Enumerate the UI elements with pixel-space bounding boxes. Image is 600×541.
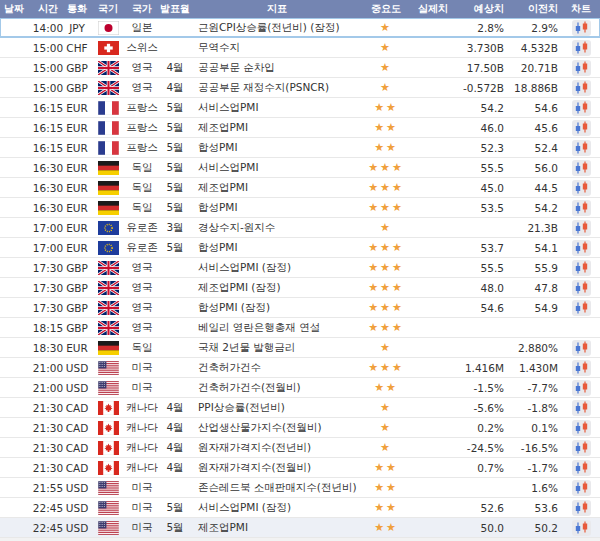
- indicator-label[interactable]: 국채 2년물 발행금리: [192, 341, 362, 355]
- chart-cell[interactable]: [562, 40, 600, 56]
- calendar-row[interactable]: 17:00 EUR 유로존 3월 경상수지-원지수 ★ 21.3B: [0, 218, 600, 238]
- calendar-row[interactable]: 22:45 USD 미국 5월 서비스업PMI (잠정) ★★ 52.6 53.…: [0, 498, 600, 518]
- chart-cell[interactable]: [562, 380, 600, 396]
- chart-cell[interactable]: [562, 420, 600, 436]
- chart-cell[interactable]: [562, 480, 600, 496]
- calendar-row[interactable]: 17:30 GBP 영국 합성PMI (잠정) ★★★ 54.6 54.9: [0, 298, 600, 318]
- chart-cell[interactable]: [562, 440, 600, 456]
- calendar-row[interactable]: 21:30 CAD 캐나다 4월 산업생산물가지수(전월비) ★ 0.2% 0.…: [0, 418, 600, 438]
- chart-cell[interactable]: [562, 200, 600, 216]
- candlestick-chart-icon[interactable]: [572, 520, 591, 536]
- indicator-label[interactable]: 서비스업PMI (잠정): [192, 501, 362, 515]
- chart-cell[interactable]: [562, 140, 600, 156]
- indicator-label[interactable]: 서비스업PMI: [192, 161, 362, 175]
- candlestick-chart-icon[interactable]: [572, 20, 591, 36]
- calendar-row[interactable]: 16:30 EUR 독일 5월 서비스업PMI ★★★ 55.5 56.0: [0, 158, 600, 178]
- candlestick-chart-icon[interactable]: [572, 40, 591, 56]
- chart-cell[interactable]: [562, 400, 600, 416]
- indicator-label[interactable]: 서비스업PMI (잠정): [192, 261, 362, 275]
- calendar-row[interactable]: 18:30 EUR 독일 국채 2년물 발행금리 ★ 2.880%: [0, 338, 600, 358]
- calendar-row[interactable]: 21:55 USD 미국 존슨레드북 소매판매지수(전년비) ★★ 1.6%: [0, 478, 600, 498]
- indicator-label[interactable]: 합성PMI (잠정): [192, 301, 362, 315]
- candlestick-chart-icon[interactable]: [572, 300, 591, 316]
- chart-cell[interactable]: [562, 460, 600, 476]
- candlestick-chart-icon[interactable]: [572, 140, 591, 156]
- calendar-row[interactable]: 16:15 EUR 프랑스 5월 서비스업PMI ★★ 54.2 54.6: [0, 98, 600, 118]
- indicator-label[interactable]: 건축허가건수(전월비): [192, 381, 362, 395]
- indicator-label[interactable]: 제조업PMI: [192, 121, 362, 135]
- indicator-label[interactable]: 산업생산물가지수(전월비): [192, 421, 362, 435]
- candlestick-chart-icon[interactable]: [572, 400, 591, 416]
- candlestick-chart-icon[interactable]: [572, 380, 591, 396]
- candlestick-chart-icon[interactable]: [572, 360, 591, 376]
- calendar-row[interactable]: 16:30 EUR 독일 5월 제조업PMI ★★★ 45.0 44.5: [0, 178, 600, 198]
- candlestick-chart-icon[interactable]: [572, 420, 591, 436]
- chart-cell[interactable]: [562, 120, 600, 136]
- calendar-row[interactable]: 17:30 GBP 영국 서비스업PMI (잠정) ★★★ 55.5 55.9: [0, 258, 600, 278]
- chart-cell[interactable]: [562, 180, 600, 196]
- calendar-row[interactable]: 21:30 CAD 캐나다 4월 원자재가격지수(전월비) ★★ 0.7% -1…: [0, 458, 600, 478]
- calendar-row[interactable]: 22:45 USD 미국 5월 제조업PMI ★★ 50.0 50.2: [0, 518, 600, 538]
- calendar-row[interactable]: 16:15 EUR 프랑스 5월 합성PMI ★★ 52.3 52.4: [0, 138, 600, 158]
- indicator-label[interactable]: 제조업PMI: [192, 181, 362, 195]
- candlestick-chart-icon[interactable]: [572, 120, 591, 136]
- candlestick-chart-icon[interactable]: [572, 340, 591, 356]
- calendar-row[interactable]: 21:00 USD 미국 건축허가건수 ★★★ 1.416M 1.430M: [0, 358, 600, 378]
- indicator-label[interactable]: 근원CPI상승률(전년비) (잠정): [192, 21, 362, 35]
- candlestick-chart-icon[interactable]: [572, 80, 591, 96]
- indicator-label[interactable]: 원자재가격지수(전월비): [192, 461, 362, 475]
- candlestick-chart-icon[interactable]: [572, 220, 591, 236]
- calendar-row[interactable]: 16:30 EUR 독일 5월 합성PMI ★★★ 53.5 54.2: [0, 198, 600, 218]
- chart-cell[interactable]: [562, 80, 600, 96]
- calendar-row[interactable]: 16:15 EUR 프랑스 5월 제조업PMI ★★ 46.0 45.6: [0, 118, 600, 138]
- indicator-label[interactable]: 베일리 영란은행총재 연설: [192, 321, 362, 335]
- calendar-row[interactable]: 21:30 CAD 캐나다 4월 원자재가격지수(전년비) ★ -24.5% -…: [0, 438, 600, 458]
- indicator-label[interactable]: 제조업PMI: [192, 521, 362, 535]
- candlestick-chart-icon[interactable]: [572, 160, 591, 176]
- chart-cell[interactable]: [562, 360, 600, 376]
- calendar-row[interactable]: 17:00 EUR 유로존 5월 합성PMI ★★★ 53.7 54.1: [0, 238, 600, 258]
- indicator-label[interactable]: 경상수지-원지수: [192, 221, 362, 235]
- chart-cell[interactable]: [562, 220, 600, 236]
- chart-cell[interactable]: [562, 500, 600, 516]
- candlestick-chart-icon[interactable]: [572, 500, 591, 516]
- candlestick-chart-icon[interactable]: [572, 440, 591, 456]
- candlestick-chart-icon[interactable]: [572, 60, 591, 76]
- chart-cell[interactable]: [562, 520, 600, 536]
- chart-cell[interactable]: [562, 340, 600, 356]
- indicator-label[interactable]: 제조업PMI (잠정): [192, 281, 362, 295]
- chart-cell[interactable]: [562, 240, 600, 256]
- calendar-row[interactable]: 17:30 GBP 영국 제조업PMI (잠정) ★★★ 48.0 47.8: [0, 278, 600, 298]
- candlestick-chart-icon[interactable]: [572, 260, 591, 276]
- calendar-row[interactable]: 14:00 JPY 일본 근원CPI상승률(전년비) (잠정) ★ 2.8% 2…: [0, 18, 600, 38]
- chart-cell[interactable]: [562, 300, 600, 316]
- indicator-label[interactable]: 건축허가건수: [192, 361, 362, 375]
- indicator-label[interactable]: 공공부문 순차입: [192, 61, 362, 75]
- indicator-label[interactable]: 합성PMI: [192, 241, 362, 255]
- chart-cell[interactable]: [562, 100, 600, 116]
- calendar-row[interactable]: 15:00 CHF 스위스 무역수지 ★ 3.730B 4.532B: [0, 38, 600, 58]
- candlestick-chart-icon[interactable]: [572, 480, 591, 496]
- calendar-row[interactable]: 15:00 GBP 영국 4월 공공부문 순차입 ★ 17.50B 20.71B: [0, 58, 600, 78]
- indicator-label[interactable]: 존슨레드북 소매판매지수(전년비): [192, 481, 362, 495]
- calendar-row[interactable]: 18:15 GBP 영국 베일리 영란은행총재 연설 ★★★: [0, 318, 600, 338]
- calendar-row[interactable]: 21:30 CAD 캐나다 4월 PPI상승률(전년비) ★ -5.6% -1.…: [0, 398, 600, 418]
- calendar-row[interactable]: 15:00 GBP 영국 4월 공공부문 재정수지(PSNCR) ★ -0.57…: [0, 78, 600, 98]
- candlestick-chart-icon[interactable]: [572, 280, 591, 296]
- chart-cell[interactable]: [562, 60, 600, 76]
- candlestick-chart-icon[interactable]: [572, 100, 591, 116]
- candlestick-chart-icon[interactable]: [572, 180, 591, 196]
- chart-cell[interactable]: [562, 260, 600, 276]
- candlestick-chart-icon[interactable]: [572, 200, 591, 216]
- calendar-row[interactable]: 21:00 USD 미국 건축허가건수(전월비) ★★ -1.5% -7.7%: [0, 378, 600, 398]
- indicator-label[interactable]: 합성PMI: [192, 201, 362, 215]
- indicator-label[interactable]: PPI상승률(전년비): [192, 401, 362, 415]
- chart-cell[interactable]: [562, 20, 600, 36]
- chart-cell[interactable]: [562, 280, 600, 296]
- indicator-label[interactable]: 공공부문 재정수지(PSNCR): [192, 81, 362, 95]
- chart-cell[interactable]: [562, 160, 600, 176]
- indicator-label[interactable]: 무역수지: [192, 41, 362, 55]
- indicator-label[interactable]: 서비스업PMI: [192, 101, 362, 115]
- candlestick-chart-icon[interactable]: [572, 240, 591, 256]
- indicator-label[interactable]: 원자재가격지수(전년비): [192, 441, 362, 455]
